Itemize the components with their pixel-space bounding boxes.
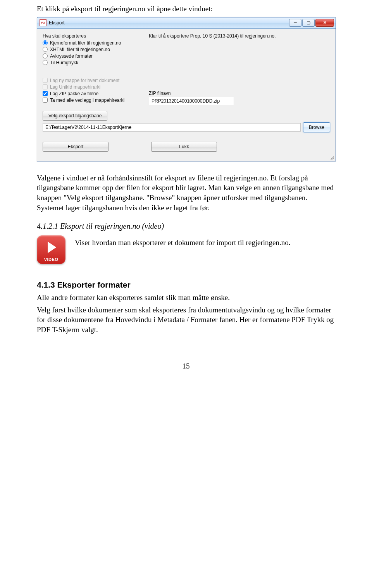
check-vedlegg[interactable]: Ta med alle vedlegg i mappehirearki bbox=[43, 98, 147, 103]
check-zip[interactable]: Lag ZIP pakke av filene bbox=[43, 91, 147, 96]
export-path-input[interactable] bbox=[43, 123, 301, 132]
radio-hurtigtrykk[interactable]: Til Hurtigtrykk bbox=[43, 60, 147, 65]
check-ny-mappe-label: Lag ny mappe for hvert dokument bbox=[50, 78, 119, 83]
page-number: 15 bbox=[37, 362, 335, 370]
close-window-button[interactable]: ✕ bbox=[315, 19, 334, 27]
video-play-icon[interactable] bbox=[37, 235, 65, 264]
radio-kjerneformat-input[interactable] bbox=[43, 40, 48, 45]
export-button[interactable]: Eksport bbox=[43, 142, 108, 152]
export-what-label: Hva skal eksporteres bbox=[43, 33, 147, 39]
intro-paragraph: Et klikk på eksport til regjeringen.no v… bbox=[37, 4, 335, 14]
radio-avkryssede-label: Avkryssede formater bbox=[50, 53, 93, 59]
section-413-p1: Alle andre formater kan eksporteres saml… bbox=[37, 293, 335, 303]
radio-xhtml-label: XHTML filer til regjeringen.no bbox=[50, 47, 110, 52]
titlebar: P2 Eksport ─ ▢ ✕ bbox=[37, 17, 336, 29]
eksport-window: P2 Eksport ─ ▢ ✕ Hva skal eksporteres Kj… bbox=[37, 17, 336, 161]
maximize-button[interactable]: ▢ bbox=[302, 19, 315, 27]
radio-hurtigtrykk-label: Til Hurtigtrykk bbox=[50, 60, 78, 65]
check-zip-label: Lag ZIP pakke av filene bbox=[50, 91, 98, 96]
check-vedlegg-label: Ta med alle vedlegg i mappehirearki bbox=[50, 98, 124, 103]
status-text: Klar til å eksportere Prop. 10 S (2013-2… bbox=[149, 33, 330, 39]
resize-grip-icon[interactable] bbox=[329, 155, 334, 159]
radio-xhtml-input[interactable] bbox=[43, 47, 48, 52]
radio-kjerneformat-label: Kjerneformat filer til regjeringen.no bbox=[50, 40, 121, 46]
choose-path-button[interactable]: Velg eksport tilgangsbane bbox=[43, 111, 107, 121]
maximize-icon: ▢ bbox=[307, 21, 310, 25]
check-ny-mappe-input bbox=[43, 78, 48, 83]
zip-filename-input[interactable] bbox=[149, 97, 234, 105]
paragraph-valgene: Valgene i vinduet er nå forhåndsinnstilt… bbox=[37, 173, 335, 213]
close-icon: ✕ bbox=[323, 21, 327, 25]
check-zip-input[interactable] bbox=[43, 91, 48, 96]
browse-button[interactable]: Browse bbox=[303, 122, 330, 132]
section-413-p2: Velg først hvilke dokumenter som skal ek… bbox=[37, 305, 335, 335]
radio-hurtigtrykk-input[interactable] bbox=[43, 60, 48, 65]
check-ny-mappe: Lag ny mappe for hvert dokument bbox=[43, 78, 147, 83]
radio-xhtml[interactable]: XHTML filer til regjeringen.no bbox=[43, 47, 147, 52]
check-vedlegg-input[interactable] bbox=[43, 98, 48, 103]
radio-avkryssede[interactable]: Avkryssede formater bbox=[43, 53, 147, 59]
check-unikid-input bbox=[43, 84, 48, 89]
close-button[interactable]: Lukk bbox=[151, 142, 217, 152]
app-icon: P2 bbox=[40, 19, 46, 26]
minimize-icon: ─ bbox=[294, 21, 297, 25]
section-413-title: 4.1.3 Eksporter formater bbox=[37, 280, 335, 290]
zip-filename-label: ZIP filnavn bbox=[149, 91, 330, 96]
minimize-button[interactable]: ─ bbox=[289, 19, 301, 27]
video-caption: Viser hvordan man eksporterer et dokumen… bbox=[75, 238, 291, 248]
video-heading: 4.1.2.1 Eksport til regjeringen.no (vide… bbox=[37, 222, 335, 231]
check-unikid: Lag UnikId mappehirarki bbox=[43, 84, 147, 90]
check-unikid-label: Lag UnikId mappehirarki bbox=[50, 84, 100, 90]
radio-avkryssede-input[interactable] bbox=[43, 53, 48, 58]
window-title: Eksport bbox=[49, 20, 65, 26]
radio-kjerneformat[interactable]: Kjerneformat filer til regjeringen.no bbox=[43, 40, 147, 46]
